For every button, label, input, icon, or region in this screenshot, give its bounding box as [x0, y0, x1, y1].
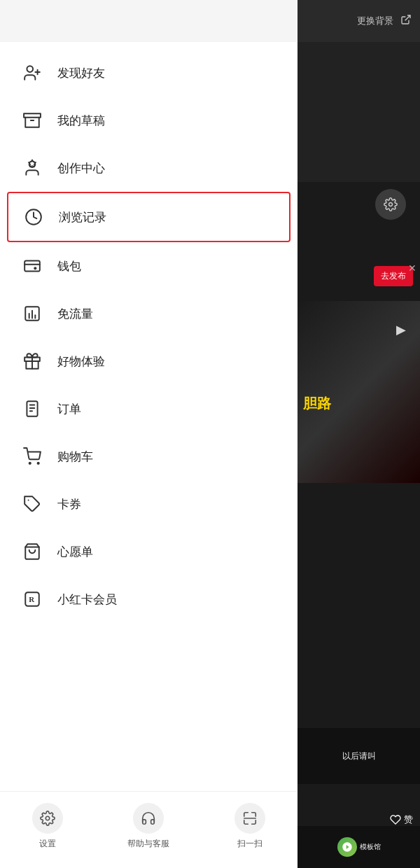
scan-label: 扫一扫 — [237, 838, 262, 850]
like-label: 赞 — [404, 813, 413, 826]
menu-item-coupons[interactable]: 卡券 — [0, 480, 298, 528]
svg-point-1 — [389, 203, 393, 206]
publish-button[interactable]: 去发布 — [374, 266, 413, 286]
wallet-label: 钱包 — [57, 258, 81, 274]
clock-icon — [22, 206, 45, 228]
svg-point-10 — [34, 267, 36, 269]
headset-icon-circle — [133, 803, 164, 834]
menu-item-find-friends[interactable]: 发现好友 — [0, 49, 298, 97]
browse-history-label: 浏览记录 — [59, 209, 106, 225]
watermark-text: 模板馆 — [360, 842, 381, 852]
bg-label: 更换背景 — [357, 15, 393, 27]
bottom-bar: 设置 帮助与客服 扫一扫 — [0, 791, 298, 868]
play-icon: ▶ — [396, 322, 406, 337]
bottom-item-help[interactable]: 帮助与客服 — [127, 803, 169, 850]
svg-point-21 — [29, 463, 31, 464]
settings-icon-circle — [32, 803, 63, 834]
video-caption: 以后请叫 — [342, 750, 376, 762]
gift-icon — [21, 350, 43, 372]
wishlist-label: 心愿单 — [57, 544, 93, 560]
user-plus-icon — [21, 62, 43, 84]
menu-panel: 发现好友 我的草稿 创作中心 — [0, 0, 298, 868]
bottom-item-scan[interactable]: 扫一扫 — [234, 803, 265, 850]
menu-top-space — [0, 0, 298, 42]
video-thumbnail: ▶ 胆路 — [298, 301, 420, 483]
user-star-icon — [21, 157, 43, 179]
menu-item-wishlist[interactable]: 心愿单 — [0, 528, 298, 575]
wallet-icon — [21, 255, 43, 277]
watermark-logo — [337, 837, 357, 857]
bar-chart-icon — [21, 302, 43, 325]
menu-item-shopping-cart[interactable]: 购物车 — [0, 433, 298, 480]
menu-item-wallet[interactable]: 钱包 — [0, 242, 298, 290]
good-experience-label: 好物体验 — [57, 354, 105, 370]
svg-point-22 — [38, 463, 39, 464]
find-friends-label: 发现好友 — [57, 65, 105, 81]
my-drafts-label: 我的草稿 — [57, 113, 105, 129]
help-service-label: 帮助与客服 — [127, 838, 169, 850]
scan-icon-circle — [234, 803, 265, 834]
watermark-area: 模板馆 — [298, 826, 420, 868]
inbox-icon — [21, 109, 43, 132]
menu-item-create-center[interactable]: 创作中心 — [0, 144, 298, 192]
redcard-member-label: 小红卡会员 — [57, 592, 117, 608]
menu-item-my-drafts[interactable]: 我的草稿 — [0, 97, 298, 144]
heart-like-area[interactable]: 赞 — [390, 813, 413, 826]
svg-text:R: R — [29, 595, 34, 603]
settings-label: 设置 — [39, 838, 56, 850]
menu-list: 发现好友 我的草稿 创作中心 — [0, 42, 298, 791]
external-link-icon — [400, 14, 412, 28]
r-badge-icon: R — [21, 588, 43, 610]
svg-rect-17 — [27, 401, 37, 416]
close-button[interactable]: ✕ — [408, 262, 416, 274]
svg-line-0 — [405, 15, 410, 20]
video-bottom-section: 以后请叫 — [298, 728, 420, 784]
menu-item-orders[interactable]: 订单 — [0, 385, 298, 433]
menu-item-free-traffic[interactable]: 免流量 — [0, 290, 298, 337]
shopping-cart-icon — [21, 445, 43, 468]
menu-item-browse-history[interactable]: 浏览记录 — [7, 192, 290, 242]
tag-icon — [21, 493, 43, 515]
orders-label: 订单 — [57, 401, 81, 417]
video-overlay-text: 胆路 — [303, 394, 331, 413]
coupons-label: 卡券 — [57, 496, 81, 512]
free-traffic-label: 免流量 — [57, 306, 93, 322]
svg-rect-9 — [24, 260, 40, 271]
app-bg-topbar: 更换背景 — [298, 0, 420, 42]
shopping-cart-label: 购物车 — [57, 449, 93, 465]
clipboard-icon — [21, 398, 43, 420]
menu-item-redcard-member[interactable]: R 小红卡会员 — [0, 575, 298, 623]
bag-icon — [21, 540, 43, 563]
app-bg-middle — [298, 42, 420, 182]
gear-button[interactable] — [375, 189, 406, 220]
bottom-item-settings[interactable]: 设置 — [32, 803, 63, 850]
menu-item-good-experience[interactable]: 好物体验 — [0, 337, 298, 385]
svg-rect-5 — [24, 113, 41, 117]
create-center-label: 创作中心 — [57, 160, 105, 176]
svg-point-27 — [46, 816, 50, 820]
svg-point-2 — [27, 66, 33, 72]
